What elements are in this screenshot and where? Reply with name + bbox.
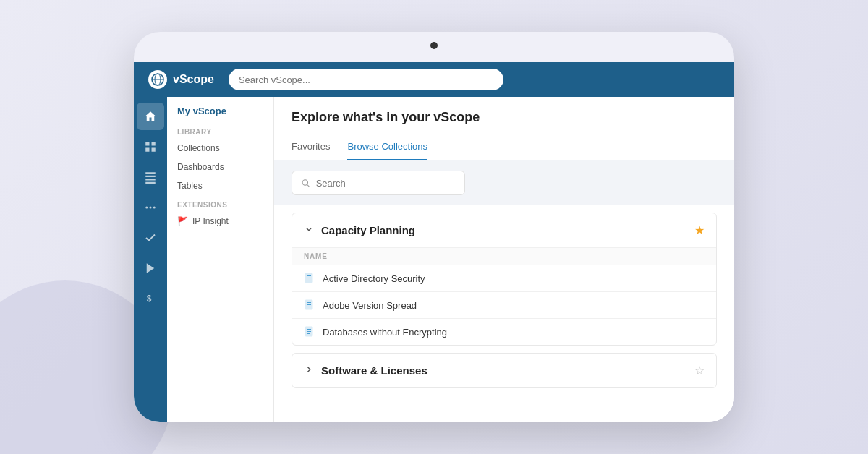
collection-group-capacity-planning: Capacity Planning ★ NAME: [292, 213, 717, 346]
list-item[interactable]: Adobe Version Spread: [292, 291, 716, 318]
svg-rect-28: [307, 331, 311, 332]
app-name: vScope: [173, 73, 214, 86]
collection-group-software-licenses: Software & Licenses ☆: [292, 353, 717, 388]
svg-text:$: $: [147, 294, 152, 304]
report-icon-2: [304, 299, 315, 311]
nav-grid-icon[interactable]: [137, 133, 164, 160]
list-item[interactable]: Databases without Encrypting: [292, 318, 716, 345]
logo-area: vScope: [148, 70, 214, 89]
nav-home-icon[interactable]: [137, 103, 164, 130]
item-adobe: Adobe Version Spread: [323, 300, 417, 311]
sidebar-section-extensions: EXTENSIONS: [167, 195, 273, 212]
collections-search-wrap[interactable]: [292, 171, 465, 195]
svg-rect-6: [152, 148, 156, 152]
tab-browse-collections[interactable]: Browse Collections: [347, 135, 427, 160]
svg-rect-4: [152, 142, 156, 145]
svg-rect-29: [307, 333, 310, 334]
nav-check-icon[interactable]: [137, 224, 164, 252]
item-databases: Databases without Encrypting: [323, 327, 447, 338]
sidebar-item-dashboards[interactable]: Dashboards: [167, 158, 273, 176]
svg-rect-10: [145, 182, 156, 184]
tablet-camera: [430, 42, 438, 49]
collections-list: Capacity Planning ★ NAME: [274, 205, 734, 422]
sidebar-menu: My vScope LIBRARY Collections Dashboards…: [167, 97, 274, 422]
top-nav: vScope: [134, 62, 734, 97]
global-search[interactable]: [229, 69, 503, 90]
item-active-directory: Active Directory Security: [323, 273, 425, 284]
nav-dots-icon[interactable]: [137, 194, 164, 221]
svg-point-13: [153, 207, 156, 209]
svg-rect-7: [145, 172, 156, 174]
app-window: vScope: [134, 62, 734, 422]
svg-rect-27: [307, 329, 311, 330]
svg-rect-9: [145, 179, 156, 180]
svg-rect-19: [307, 275, 311, 276]
flag-icon: 🚩: [177, 216, 188, 226]
svg-line-17: [307, 185, 310, 187]
name-column-header: NAME: [292, 247, 716, 265]
star-empty-icon[interactable]: ☆: [694, 364, 705, 377]
svg-rect-25: [307, 307, 310, 307]
tab-favorites[interactable]: Favorites: [292, 135, 330, 160]
report-icon-3: [304, 326, 315, 338]
logo-icon: [148, 70, 167, 89]
svg-marker-14: [147, 263, 155, 273]
chevron-down-icon: [304, 224, 314, 236]
svg-rect-24: [307, 304, 311, 305]
content-header: Explore what's in your vScope Favorites …: [274, 97, 734, 160]
nav-dollar-icon[interactable]: $: [137, 285, 164, 312]
scene: vScope: [0, 0, 868, 454]
sidebar-icons: $: [134, 97, 167, 422]
collection-name-capacity-planning: Capacity Planning: [321, 224, 687, 236]
chevron-right-icon: [304, 364, 314, 377]
collection-header-capacity-planning[interactable]: Capacity Planning ★: [292, 213, 716, 247]
tabs: Favorites Browse Collections: [292, 135, 717, 160]
collection-header-software-licenses[interactable]: Software & Licenses ☆: [292, 354, 716, 387]
collection-name-software-licenses: Software & Licenses: [321, 364, 687, 377]
search-icon: [301, 178, 310, 188]
svg-rect-3: [145, 142, 149, 145]
list-item[interactable]: Active Directory Security: [292, 265, 716, 291]
svg-rect-21: [307, 280, 310, 280]
star-filled-icon[interactable]: ★: [694, 223, 705, 237]
svg-rect-8: [145, 176, 156, 177]
sidebar-section-library: LIBRARY: [167, 122, 273, 139]
collections-search-input[interactable]: [316, 178, 456, 189]
global-search-input[interactable]: [229, 69, 503, 90]
svg-point-11: [145, 207, 148, 209]
nav-table-icon[interactable]: [137, 163, 164, 191]
svg-point-12: [150, 207, 152, 209]
svg-point-16: [302, 180, 307, 185]
content-area: Explore what's in your vScope Favorites …: [274, 97, 734, 422]
svg-rect-5: [145, 148, 149, 152]
page-title: Explore what's in your vScope: [292, 110, 717, 125]
sidebar-item-ip-insight[interactable]: 🚩 IP Insight: [167, 212, 273, 231]
sidebar-item-collections[interactable]: Collections: [167, 139, 273, 158]
svg-rect-23: [307, 302, 311, 303]
ip-insight-label: IP Insight: [192, 216, 229, 226]
sidebar-item-tables[interactable]: Tables: [167, 176, 273, 195]
tablet-frame: vScope: [134, 32, 734, 422]
svg-rect-20: [307, 278, 311, 278]
nav-play-icon[interactable]: [137, 254, 164, 282]
sidebar-title: My vScope: [167, 97, 273, 122]
main-layout: $ My vScope LIBRARY Collections Dashboar…: [134, 97, 734, 422]
report-icon: [304, 273, 315, 284]
search-section: [274, 160, 734, 205]
